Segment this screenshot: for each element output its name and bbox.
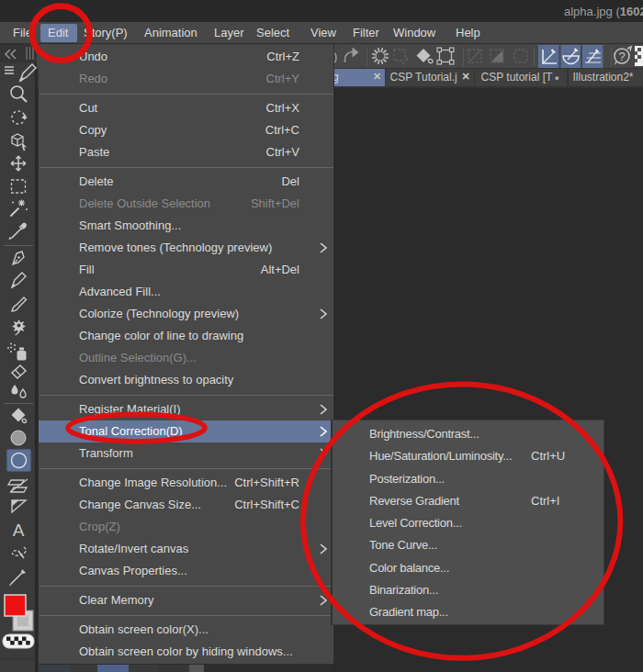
svg-text:A: A: [13, 521, 25, 540]
svg-text:?: ?: [618, 50, 625, 63]
